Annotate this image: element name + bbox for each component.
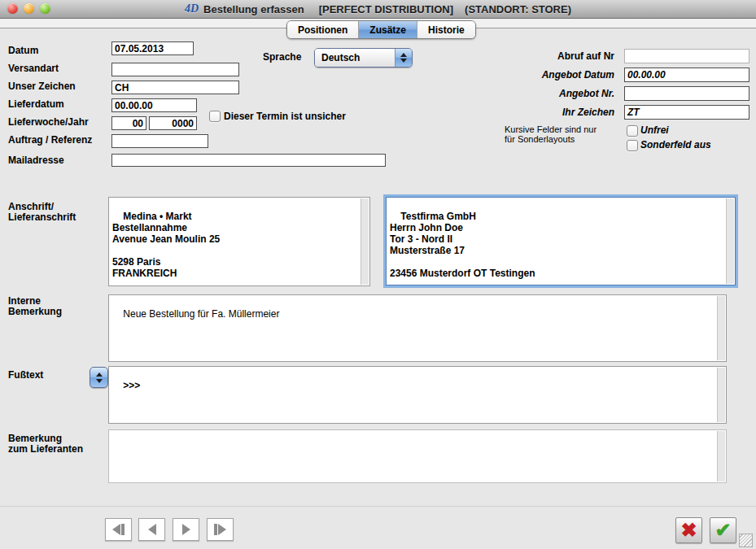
angebot-nr-field[interactable] (624, 86, 749, 101)
angebot-datum-label: Angebot Datum (517, 70, 614, 81)
stepper-up-icon (96, 373, 103, 377)
sonderfeld-aus-label: Sonderfeld aus (640, 140, 711, 150)
versandart-label: Versandart (8, 63, 59, 74)
ok-check-icon: ✔ (714, 521, 731, 540)
abruf-field[interactable] (624, 49, 749, 63)
datum-field[interactable]: 07.05.2013 (111, 41, 194, 55)
lieferanschrift-textarea[interactable]: Medina • Markt Bestellannahme Avenue Jea… (108, 197, 370, 286)
anschrift-textarea[interactable]: Testfirma GmbH Herrn John Doe Tor 3 - No… (386, 197, 736, 285)
unfrei-label: Unfrei (640, 125, 669, 136)
fusstext-label: Fußtext (8, 370, 43, 381)
fusstext-scrollbar[interactable] (717, 368, 725, 422)
lieferdatum-label: Lieferdatum (8, 99, 64, 110)
next-record-icon (182, 524, 190, 535)
first-record-bar-icon (121, 524, 125, 535)
angebot-nr-label: Angebot Nr. (517, 89, 614, 99)
first-record-icon (112, 524, 120, 535)
mailadresse-field[interactable] (111, 154, 386, 167)
previous-record-icon (148, 524, 156, 535)
ok-button[interactable]: ✔ (710, 517, 736, 543)
page-tabs: Positionen Zusätze Historie (286, 20, 476, 39)
lieferanschrift-text: Medina • Markt Bestellannahme Avenue Jea… (112, 211, 220, 279)
interne-bemerkung-scrollbar[interactable] (717, 296, 725, 360)
angebot-datum-field[interactable]: 00.00.00 (624, 68, 749, 82)
lieferwoche-week-field[interactable]: 00 (111, 116, 146, 130)
arrow-down-icon (400, 59, 407, 63)
cancel-button[interactable]: ✖ (675, 517, 702, 543)
fusstext-text: >>> (123, 380, 140, 391)
lieferwoche-year-field[interactable]: 0000 (149, 116, 197, 130)
abruf-label: Abruf auf Nr (517, 51, 614, 62)
sprache-label: Sprache (263, 52, 301, 63)
unfrei-checkbox[interactable] (627, 125, 638, 137)
next-record-button[interactable] (173, 518, 199, 541)
resize-grip[interactable] (739, 534, 753, 547)
mailadresse-label: Mailadresse (8, 155, 64, 166)
interne-bemerkung-textarea[interactable]: Neue Bestellung für Fa. Müllermeier (108, 294, 727, 362)
datum-label: Datum (8, 46, 38, 56)
anschrift-text: Testfirma GmbH Herrn John Doe Tor 3 - No… (390, 211, 535, 279)
first-record-button[interactable] (105, 518, 132, 541)
termin-unsicher-label: Dieser Termin ist unsicher (224, 111, 346, 122)
lieferwoche-label: Lieferwoche/Jahr (8, 117, 89, 128)
interne-bemerkung-label: Interne Bemerkung (8, 296, 62, 317)
sonderfeld-aus-checkbox[interactable] (627, 140, 638, 151)
ihr-zeichen-field[interactable]: ZT (624, 105, 749, 120)
last-record-button[interactable] (207, 518, 234, 541)
stepper-down-icon (96, 379, 103, 383)
window-title-text: Bestellung erfassen (203, 3, 304, 15)
fusstext-textarea[interactable]: >>> (108, 366, 727, 424)
title-bar: 4D Bestellung erfassen [PERFECT DISTRIBU… (0, 0, 756, 19)
anschrift-scrollbar[interactable] (726, 198, 734, 284)
arrow-up-icon (400, 53, 407, 57)
bemerkung-lieferant-label: Bemerkung zum Lieferanten (8, 434, 83, 455)
sprache-popup[interactable]: Deutsch (314, 48, 413, 68)
sprache-popup-arrows-icon (395, 49, 412, 67)
cancel-x-icon: ✖ (680, 521, 697, 540)
4d-logo-icon: 4D (185, 2, 199, 15)
unser-zeichen-field[interactable]: CH (111, 81, 239, 94)
window-title-database: [PERFECT DISTRIBUTION] (319, 3, 453, 15)
last-record-bar-icon (214, 524, 217, 535)
tab-positionen[interactable]: Positionen (287, 21, 359, 38)
fusstext-stepper[interactable] (90, 367, 108, 388)
termin-unsicher-checkbox[interactable] (209, 111, 221, 122)
anschrift-label: Anschrift/ Lieferanschrift (8, 202, 76, 223)
bemerkung-lieferant-scrollbar[interactable] (717, 431, 725, 481)
auftrag-label: Auftrag / Referenz (8, 135, 92, 146)
previous-record-button[interactable] (138, 518, 165, 541)
last-record-icon (218, 524, 226, 535)
versandart-field[interactable] (111, 63, 239, 76)
sprache-popup-value: Deutsch (315, 49, 395, 67)
bemerkung-lieferant-textarea[interactable] (108, 429, 727, 483)
auftrag-field[interactable] (111, 134, 208, 148)
bestellung-erfassen-window: 4D Bestellung erfassen [PERFECT DISTRIBU… (0, 0, 756, 549)
kursive-felder-note: Kursive Felder sind nur für Sonderlayout… (505, 124, 596, 144)
window-title-location: (STANDORT: STORE) (465, 3, 571, 15)
lieferanschrift-scrollbar[interactable] (361, 198, 369, 285)
unser-zeichen-label: Unser Zeichen (8, 81, 76, 92)
tab-historie[interactable]: Historie (417, 21, 475, 38)
ihr-zeichen-label: Ihr Zeichen (517, 107, 614, 118)
interne-bemerkung-text: Neue Bestellung für Fa. Müllermeier (123, 308, 279, 320)
lieferdatum-field[interactable]: 00.00.00 (111, 98, 197, 112)
footer-divider (0, 506, 756, 507)
tab-zusaetze[interactable]: Zusätze (359, 21, 417, 38)
window-title: 4D Bestellung erfassen [PERFECT DISTRIBU… (0, 0, 756, 18)
